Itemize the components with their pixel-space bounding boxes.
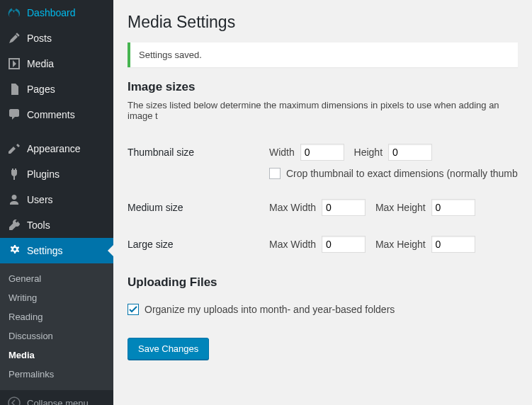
medium-width-input[interactable] <box>322 199 366 216</box>
collapse-label: Collapse menu <box>27 398 89 406</box>
settings-icon <box>7 244 21 258</box>
large-height-input[interactable] <box>431 236 475 253</box>
width-label: Width <box>269 147 295 158</box>
thumbnail-width-input[interactable] <box>300 144 344 161</box>
menu-label: Users <box>27 194 53 205</box>
sidebar-item-tools[interactable]: Tools <box>0 212 113 238</box>
sidebar-item-plugins[interactable]: Plugins <box>0 161 113 187</box>
submenu-item-media[interactable]: Media <box>0 346 113 365</box>
menu-label: Comments <box>27 109 75 120</box>
sidebar-item-pages[interactable]: Pages <box>0 76 113 102</box>
sidebar-item-dashboard[interactable]: Dashboard <box>0 0 113 25</box>
page-title: Media Settings <box>128 13 518 32</box>
plugins-icon <box>7 167 21 181</box>
crop-thumbnail-checkbox[interactable] <box>269 168 281 179</box>
thumbnail-height-input[interactable] <box>388 144 432 161</box>
sidebar-item-comments[interactable]: Comments <box>0 102 113 127</box>
organize-uploads-label: Organize my uploads into month- and year… <box>145 304 395 315</box>
organize-uploads-checkbox[interactable] <box>128 304 139 315</box>
comments-icon <box>7 108 21 122</box>
image-sizes-description: The sizes listed below determine the max… <box>128 100 518 121</box>
menu-label: Appearance <box>27 143 81 154</box>
sidebar-item-appearance[interactable]: Appearance <box>0 136 113 161</box>
medium-size-label: Medium size <box>128 189 269 226</box>
menu-label: Posts <box>27 33 52 44</box>
section-heading-image-sizes: Image sizes <box>128 80 518 94</box>
submenu-item-writing[interactable]: Writing <box>0 288 113 307</box>
submenu-item-discussion[interactable]: Discussion <box>0 326 113 346</box>
submenu-item-permalinks[interactable]: Permalinks <box>0 365 113 384</box>
save-changes-button[interactable]: Save Changes <box>128 338 209 360</box>
admin-sidebar: Dashboard Posts Media Pages Comments App… <box>0 0 113 405</box>
menu-label: Media <box>27 58 54 69</box>
section-heading-uploading: Uploading Files <box>128 275 518 290</box>
menu-label: Pages <box>27 84 55 95</box>
maxwidth-label-2: Max Width <box>269 239 316 250</box>
notice-success: Settings saved. <box>128 42 518 67</box>
menu-label: Plugins <box>27 169 60 180</box>
menu-label: Dashboard <box>27 7 76 18</box>
users-icon <box>7 193 21 207</box>
sidebar-item-media[interactable]: Media <box>0 51 113 76</box>
notice-text: Settings saved. <box>139 50 202 60</box>
sidebar-item-settings[interactable]: Settings <box>0 238 113 263</box>
appearance-icon <box>7 142 21 156</box>
menu-label: Tools <box>27 219 50 231</box>
maxheight-label-2: Max Height <box>375 239 426 250</box>
maxheight-label: Max Height <box>375 202 426 213</box>
submenu-item-reading[interactable]: Reading <box>0 307 113 326</box>
menu-label: Settings <box>27 245 63 256</box>
large-size-label: Large size <box>128 226 269 263</box>
thumbnail-size-label: Thumbnail size <box>128 134 269 189</box>
pin-icon <box>7 31 21 45</box>
collapse-icon <box>7 396 21 405</box>
content-area: Media Settings Settings saved. Image siz… <box>113 0 532 405</box>
settings-submenu: General Writing Reading Discussion Media… <box>0 263 113 389</box>
sidebar-item-users[interactable]: Users <box>0 187 113 212</box>
dashboard-icon <box>7 6 21 20</box>
submenu-item-general[interactable]: General <box>0 269 113 288</box>
collapse-menu[interactable]: Collapse menu <box>0 389 113 405</box>
maxwidth-label: Max Width <box>269 202 316 213</box>
tools-icon <box>7 218 21 232</box>
crop-thumbnail-label: Crop thumbnail to exact dimensions (norm… <box>286 168 518 179</box>
media-icon <box>7 57 21 71</box>
medium-height-input[interactable] <box>431 199 475 216</box>
height-label: Height <box>354 147 383 158</box>
large-width-input[interactable] <box>322 236 366 253</box>
sidebar-item-posts[interactable]: Posts <box>0 25 113 51</box>
pages-icon <box>7 82 21 96</box>
